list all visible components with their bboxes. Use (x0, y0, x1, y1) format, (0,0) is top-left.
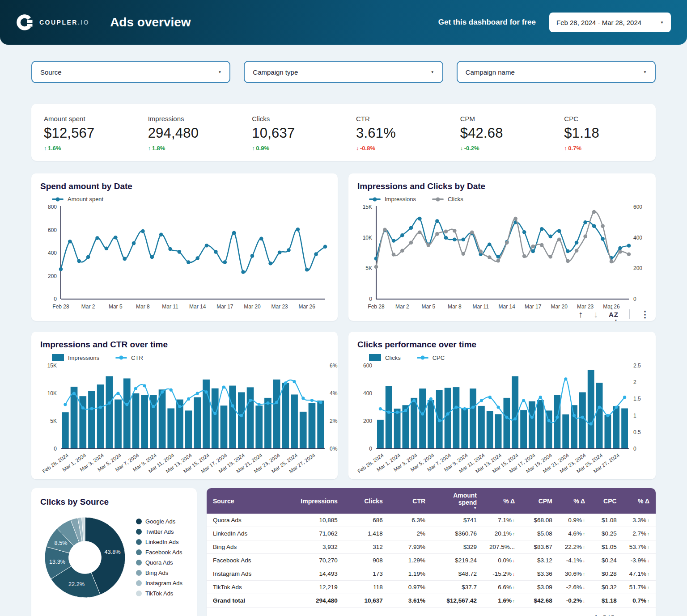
svg-text:0%: 0% (330, 446, 338, 452)
filter-label: Campaign name (466, 68, 515, 76)
column-header-ctr[interactable]: CTR (389, 488, 432, 514)
svg-text:0.5: 0.5 (633, 429, 641, 435)
kpi-label: CTR (356, 115, 448, 122)
column-header-[interactable]: % Δ (483, 488, 521, 514)
toolbar-divider (629, 309, 630, 319)
chart-legend: ClicksCPC (369, 354, 647, 361)
column-header-[interactable]: % Δ (623, 488, 656, 514)
chevron-down-icon: ▼ (218, 70, 221, 74)
svg-text:Mar 20: Mar 20 (244, 304, 261, 310)
legend-label: Impressions (68, 354, 99, 361)
svg-text:400: 400 (363, 390, 372, 397)
kpi-delta: ↓-0.8% (356, 145, 448, 152)
legend-label: Impressions (385, 196, 416, 203)
filter-campaign-type[interactable]: Campaign type▼ (244, 61, 443, 83)
kpi-label: Impressions (148, 115, 240, 122)
svg-text:600: 600 (48, 227, 57, 233)
svg-text:15K: 15K (363, 204, 372, 210)
svg-text:Mar 5: Mar 5 (422, 304, 436, 310)
kebab-menu-icon[interactable]: ⋮ (640, 310, 649, 319)
table-header-row: SourceImpressionsClicksCTRAmount spend▼%… (207, 488, 656, 514)
filter-source[interactable]: Source▼ (31, 61, 230, 83)
sort-az-icon[interactable]: AZ (609, 311, 619, 318)
svg-text:4%: 4% (330, 390, 338, 397)
svg-text:5K: 5K (50, 418, 57, 424)
arrow-down-icon: ↓ (460, 145, 463, 152)
get-dashboard-link[interactable]: Get this dashboard for free (438, 18, 536, 27)
legend-label: Amount spent (68, 196, 103, 203)
impressions-clicks-card: Impressions and Clicks by Date Impressio… (348, 173, 656, 321)
svg-text:2.5: 2.5 (633, 363, 641, 369)
svg-text:1: 1 (633, 413, 636, 419)
impressions-ctr-combo-chart: 05K10K15K0%2%4%6%Feb 28, 2024Mar 1, 2024… (40, 363, 329, 483)
column-header-cpm[interactable]: CPM (521, 488, 559, 514)
legend-item-impressions: Impressions (52, 354, 99, 361)
legend-line-swatch (115, 357, 127, 359)
donut-legend-item-quora-ads: Quora Ads (136, 559, 182, 566)
arrow-up-icon: ↑ (513, 585, 515, 590)
kpi-value: $42.68 (460, 125, 552, 141)
column-header-amount-spend[interactable]: Amount spend▼ (432, 488, 483, 514)
svg-text:0: 0 (633, 446, 636, 452)
svg-text:10K: 10K (363, 235, 372, 241)
svg-text:Mar 23: Mar 23 (271, 304, 288, 310)
kpi-delta: ↑0.7% (564, 145, 656, 152)
page-prev-icon[interactable]: ‹ (628, 613, 630, 616)
donut-legend-item-tiktok-ads: TikTok Ads (136, 590, 182, 597)
kpi-value: 3.61% (356, 125, 448, 141)
kpi-amount-spent: Amount spent$12,567↑1.6% (31, 115, 136, 152)
kpi-impressions: Impressions294,480↑1.8% (136, 115, 240, 152)
kpi-strip: Amount spent$12,567↑1.6%Impressions294,4… (31, 104, 656, 161)
svg-text:0: 0 (54, 296, 57, 302)
svg-text:0: 0 (54, 446, 57, 452)
kpi-label: Amount spent (44, 115, 136, 122)
donut-legend-item-facebook-ads: Facebook Ads (136, 549, 182, 556)
page-next-icon[interactable]: › (644, 613, 647, 616)
coupler-logo: COUPLER.IO (16, 13, 89, 31)
coupler-logo-icon (16, 13, 34, 31)
kpi-label: Clicks (252, 115, 344, 122)
column-header-cpc[interactable]: CPC (591, 488, 623, 514)
svg-text:6%: 6% (330, 363, 338, 369)
table-row: LinkedIn Ads71,0621,4182%$360.7620.1%↑$5… (207, 527, 656, 540)
arrow-up-icon: ↑ (148, 145, 151, 152)
spend-by-date-card: Spend amount by Date Amount spent 020040… (31, 173, 338, 321)
legend-dot (136, 539, 142, 545)
kpi-ctr: CTR3.61%↓-0.8% (344, 115, 448, 152)
arrow-up-icon: ↑ (647, 599, 649, 603)
chart-title: Clicks performance over time (357, 340, 647, 350)
kpi-label: CPC (564, 115, 656, 122)
date-range-selector[interactable]: Feb 28, 2024 - Mar 28, 2024 ▼ (549, 13, 671, 32)
svg-text:Mar 5: Mar 5 (109, 304, 123, 310)
legend-line-swatch (52, 198, 64, 200)
legend-label: TikTok Ads (145, 590, 173, 597)
sort-ascending-icon[interactable]: ↑ (578, 310, 583, 319)
svg-text:Mar 17: Mar 17 (216, 304, 233, 310)
page-title: Ads overview (110, 15, 191, 30)
column-header-source[interactable]: Source (207, 488, 280, 514)
svg-text:Mar 2: Mar 2 (81, 304, 95, 310)
svg-text:Mar 20: Mar 20 (551, 304, 568, 310)
sort-descending-icon[interactable]: ↓ (594, 310, 598, 319)
legend-dot (136, 549, 142, 555)
kpi-value: 294,480 (148, 125, 240, 141)
arrow-down-icon: ↓ (583, 585, 585, 590)
arrow-up-icon: ↑ (647, 572, 649, 577)
column-header-impressions[interactable]: Impressions (280, 488, 344, 514)
arrow-up-icon: ↑ (252, 145, 254, 152)
donut-legend-item-linkedin-ads: LinkedIn Ads (136, 539, 182, 545)
column-header-[interactable]: % Δ (559, 488, 591, 514)
svg-text:600: 600 (363, 363, 372, 369)
arrow-down-icon: ↓ (513, 558, 515, 563)
svg-text:Mar 23: Mar 23 (577, 304, 594, 310)
kpi-delta: ↓-0.2% (460, 145, 552, 152)
column-header-clicks[interactable]: Clicks (344, 488, 389, 514)
legend-dot (136, 591, 142, 596)
chart-legend: ImpressionsCTR (52, 354, 329, 361)
filter-campaign-name[interactable]: Campaign name▼ (457, 61, 656, 83)
impressions-clicks-line-chart: 05K10K15K0200400600Feb 28Mar 2Mar 5Mar 8… (357, 204, 647, 312)
chart-title: Impressions and Clicks by Date (357, 181, 647, 191)
chart-toolbar: ↑ ↓ AZ ⋮ (578, 309, 649, 319)
svg-text:200: 200 (363, 418, 372, 424)
arrow-up-icon: ↑ (513, 599, 515, 603)
